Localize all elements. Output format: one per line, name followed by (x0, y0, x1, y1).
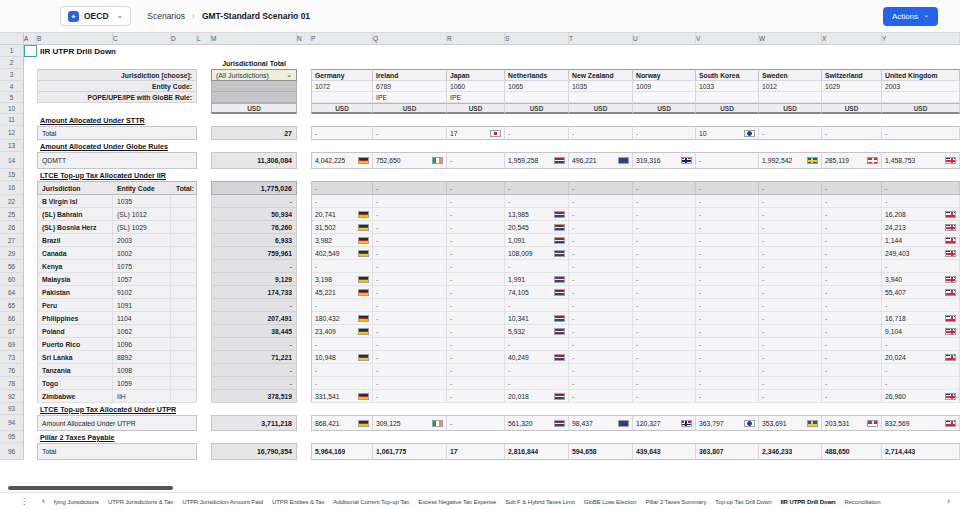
cell-T-4[interactable]: 1035 (569, 81, 633, 92)
cell-W-65[interactable]: - (759, 299, 822, 312)
cell-R-5[interactable]: IPE (447, 92, 505, 103)
cell-R-16[interactable]: - (447, 181, 505, 195)
cell-U-22[interactable]: - (633, 195, 696, 208)
cell-M-4[interactable] (211, 81, 297, 92)
cell-S-73[interactable]: 40,249 (505, 351, 569, 364)
cell-S-3[interactable]: Netherlands (505, 69, 569, 81)
cell-M-92[interactable]: 378,519 (211, 390, 297, 403)
cell-Y-66[interactable]: 16,718 (882, 312, 960, 325)
cell-X-66[interactable]: - (822, 312, 882, 325)
cell-C-78[interactable]: 1059 (113, 377, 171, 390)
cell-V-60[interactable]: - (696, 273, 759, 286)
cell-S-76[interactable]: - (505, 364, 569, 377)
cell-D-66[interactable] (171, 312, 197, 325)
col-header-B[interactable]: B (37, 33, 113, 44)
cell-S-4[interactable]: 1065 (505, 81, 569, 92)
cell-V-14[interactable]: - (696, 152, 759, 169)
cell-R-69[interactable]: - (447, 338, 505, 351)
cell-M-25[interactable]: 50,934 (211, 208, 297, 221)
cell-B-76[interactable]: Tanzania (37, 364, 113, 377)
cell-R-27[interactable]: - (447, 234, 505, 247)
col-header-M[interactable]: M (211, 33, 297, 44)
cell-P-26[interactable]: 31,502 (311, 221, 373, 234)
cell-B-60[interactable]: Malaysia (37, 273, 113, 286)
cell-S-5[interactable] (505, 92, 569, 103)
cell-V-4[interactable]: 1033 (696, 81, 759, 92)
cell-C-25[interactable]: (SL) 1012 (113, 208, 171, 221)
cell-M-66[interactable]: 207,491 (211, 312, 297, 325)
cell-D-22[interactable] (171, 195, 197, 208)
row-header-25[interactable]: 25 (0, 208, 24, 221)
cell-W-96[interactable]: 2,346,233 (759, 443, 822, 460)
sheet-tab-pillar-2-taxes-summary[interactable]: Pillar 2 Taxes Summary (646, 499, 707, 505)
cell-Q-66[interactable]: - (373, 312, 447, 325)
cell-W-14[interactable]: 1,992,542 (759, 152, 822, 169)
cell-X-10[interactable]: USD (822, 103, 882, 114)
cell-Q-94[interactable]: 309,125 (373, 415, 447, 431)
cell-B-96[interactable]: Total (37, 443, 197, 460)
cell-U-92[interactable]: - (633, 390, 696, 403)
row-header-73[interactable]: 73 (0, 351, 24, 364)
cell-S-69[interactable]: - (505, 338, 569, 351)
cell-U-3[interactable]: Norway (633, 69, 696, 81)
cell-B-65[interactable]: Peru (37, 299, 113, 312)
cell-B-12[interactable]: Total (37, 126, 197, 140)
cell-S-65[interactable]: - (505, 299, 569, 312)
cell-T-56[interactable]: - (569, 260, 633, 273)
cell-D-16[interactable]: Total: (171, 181, 197, 195)
cell-W-92[interactable]: - (759, 390, 822, 403)
cell-T-67[interactable]: - (569, 325, 633, 338)
cell-T-65[interactable]: - (569, 299, 633, 312)
cell-X-26[interactable]: - (822, 221, 882, 234)
cell-V-67[interactable]: - (696, 325, 759, 338)
corner-cell[interactable] (0, 33, 24, 44)
cell-Q-3[interactable]: Ireland (373, 69, 447, 81)
cell-V-94[interactable]: 363,797 (696, 415, 759, 431)
cell-R-12[interactable]: 17 (447, 126, 505, 140)
cell-R-73[interactable]: - (447, 351, 505, 364)
cell-M-67[interactable]: 38,445 (211, 325, 297, 338)
cell-R-94[interactable]: - (447, 415, 505, 431)
cell-T-27[interactable]: - (569, 234, 633, 247)
cell-M-96[interactable]: 16,790,354 (211, 443, 297, 460)
jurisdiction-dropdown[interactable]: (All Jurisdictions)⌄ (211, 69, 297, 81)
cell-Q-78[interactable]: - (373, 377, 447, 390)
cell-T-10[interactable]: USD (569, 103, 633, 114)
cell-X-27[interactable]: - (822, 234, 882, 247)
col-header-U[interactable]: U (633, 33, 696, 44)
cell-T-92[interactable]: - (569, 390, 633, 403)
cell-Y-4[interactable]: 2003 (882, 81, 960, 92)
cell-T-94[interactable]: 98,437 (569, 415, 633, 431)
cell-V-64[interactable]: - (696, 286, 759, 299)
cell-T-12[interactable]: - (569, 126, 633, 140)
cell-U-78[interactable]: - (633, 377, 696, 390)
cell-B-69[interactable]: Puerto Rico (37, 338, 113, 351)
cell-M-16[interactable]: 1,775,026 (211, 181, 297, 195)
cell-D-26[interactable] (171, 221, 197, 234)
cell-R-26[interactable]: - (447, 221, 505, 234)
cell-V-69[interactable]: - (696, 338, 759, 351)
cell-R-4[interactable]: 1060 (447, 81, 505, 92)
cell-C-22[interactable]: 1035 (113, 195, 171, 208)
cell-R-14[interactable]: - (447, 152, 505, 169)
cell-T-29[interactable]: - (569, 247, 633, 260)
cell-C-67[interactable]: 1062 (113, 325, 171, 338)
cell-R-10[interactable]: USD (447, 103, 505, 114)
cell-T-64[interactable]: - (569, 286, 633, 299)
cell-P-96[interactable]: 5,964,169 (311, 443, 373, 460)
cell-W-5[interactable] (759, 92, 822, 103)
cell-R-78[interactable]: - (447, 377, 505, 390)
cell-S-14[interactable]: 1,959,258 (505, 152, 569, 169)
cell-C-64[interactable]: 9102 (113, 286, 171, 299)
cell-X-29[interactable]: - (822, 247, 882, 260)
cell-B-16[interactable]: Jurisdiction (37, 181, 113, 195)
sheet-tab-top-up-tax-drill-down[interactable]: Top-up Tax Drill Down (715, 499, 771, 505)
cell-R-65[interactable]: - (447, 299, 505, 312)
cell-S-29[interactable]: 108,009 (505, 247, 569, 260)
cell-X-4[interactable]: 1029 (822, 81, 882, 92)
cell-X-65[interactable]: - (822, 299, 882, 312)
cell-W-64[interactable]: - (759, 286, 822, 299)
cell-P-73[interactable]: 10,948 (311, 351, 373, 364)
cell-Y-12[interactable]: - (882, 126, 960, 140)
row-header-27[interactable]: 27 (0, 234, 24, 247)
